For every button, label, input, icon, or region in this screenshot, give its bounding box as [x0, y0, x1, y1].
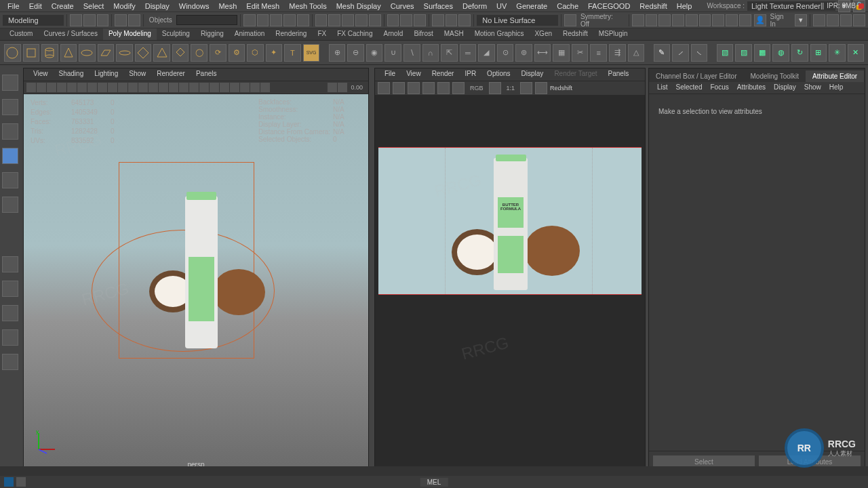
menu-redshift[interactable]: Redshift	[635, 1, 671, 10]
viewport-3d[interactable]: Verts:6451730 Edges:14053490 Faces:76333…	[24, 94, 368, 472]
panel-5-icon[interactable]	[686, 14, 698, 26]
history-icon[interactable]	[387, 14, 399, 26]
rotate-tool[interactable]	[2, 148, 18, 164]
script-output-icon[interactable]	[16, 477, 26, 487]
menu-facegood[interactable]: FACEGOOD	[583, 1, 635, 10]
menu-edit[interactable]: Edit	[24, 1, 47, 10]
tab-modeling-toolkit[interactable]: Modeling Toolkit	[744, 70, 806, 82]
rv-menu-rendertarget[interactable]: Render Target	[549, 68, 602, 81]
shelf-tab-arnold[interactable]: Arnold	[378, 28, 408, 40]
menu-mesh[interactable]: Mesh	[214, 1, 241, 10]
shelf-tab-curves[interactable]: Curves / Surfaces	[38, 28, 102, 40]
panel-8-icon[interactable]	[726, 14, 738, 26]
rv-menu-ipr[interactable]: IPR	[459, 68, 481, 81]
rv-menu-file[interactable]: File	[379, 68, 401, 81]
vp-isolate-icon[interactable]	[199, 83, 209, 92]
rv-remove-icon[interactable]	[535, 82, 547, 94]
rv-refresh-icon[interactable]	[437, 82, 450, 94]
app-logo-icon[interactable]	[4, 477, 14, 487]
vp-shaded-icon[interactable]	[159, 83, 168, 92]
boolean-union-icon[interactable]: ∪	[384, 44, 401, 62]
poly-cylinder-icon[interactable]	[41, 44, 58, 62]
vp-menu-panels[interactable]: Panels	[191, 68, 222, 81]
vp-menu-view[interactable]: View	[28, 68, 54, 81]
snap-curve-icon[interactable]	[328, 14, 340, 26]
snap-plane-icon[interactable]	[355, 14, 368, 26]
script-language[interactable]: MEL	[420, 478, 448, 487]
vp-image-plane-icon[interactable]	[47, 83, 56, 92]
ae-menu-focus[interactable]: Focus	[706, 82, 732, 94]
live-surface-dropdown[interactable]: No Live Surface	[477, 15, 558, 26]
shelf-tab-rigging[interactable]: Rigging	[195, 28, 229, 40]
quad-draw-icon[interactable]: ▦	[553, 44, 570, 62]
open-scene-icon[interactable]	[83, 14, 96, 26]
vp-xray-joint-icon[interactable]	[220, 83, 229, 92]
bridge-icon[interactable]: ═	[460, 44, 477, 62]
last-tool[interactable]	[2, 197, 18, 213]
offset-loop-icon[interactable]: ⇶	[609, 44, 626, 62]
menu-create[interactable]: Create	[47, 1, 79, 10]
smooth-icon[interactable]: ◉	[366, 44, 383, 62]
poly-helix-icon[interactable]: ⟳	[210, 44, 226, 62]
sculpt-2-icon[interactable]: ⟋	[672, 44, 689, 62]
layout-single[interactable]	[2, 256, 18, 272]
uv-3-icon[interactable]: ▩	[754, 44, 771, 62]
vp-film-gate-icon[interactable]	[87, 83, 97, 92]
render-settings-icon[interactable]	[458, 14, 471, 26]
vp-menu-show[interactable]: Show	[123, 68, 151, 81]
uv-8-icon[interactable]: ✕	[848, 44, 865, 62]
ae-menu-display[interactable]: Display	[770, 82, 800, 94]
panel-1-icon[interactable]	[632, 14, 644, 26]
vp-wireframe-icon[interactable]	[149, 83, 158, 92]
menu-select[interactable]: Select	[79, 1, 109, 10]
ae-menu-selected[interactable]: Selected	[672, 82, 707, 94]
poly-cube-icon[interactable]	[23, 44, 40, 62]
vp-res-gate-icon[interactable]	[98, 83, 107, 92]
snap-live-icon[interactable]	[369, 14, 381, 26]
shelf-tab-bifrost[interactable]: Bifrost	[408, 28, 438, 40]
layout-2-icon[interactable]	[827, 14, 839, 26]
shelf-tab-fxcaching[interactable]: FX Caching	[332, 28, 378, 40]
poly-pyramid-icon[interactable]	[153, 44, 170, 62]
ae-menu-help[interactable]: Help	[825, 82, 848, 94]
layout-four[interactable]	[2, 281, 18, 297]
move-tool[interactable]	[2, 123, 18, 140]
poly-disc-icon[interactable]	[116, 44, 133, 62]
ipr-icon[interactable]	[446, 14, 458, 26]
vp-lights-icon[interactable]	[179, 83, 189, 92]
rv-snapshot-icon[interactable]	[408, 82, 420, 94]
render-icon[interactable]	[432, 14, 444, 26]
layout-1-icon[interactable]	[813, 14, 825, 26]
tab-attribute-editor[interactable]: Attribute Editor	[806, 70, 864, 82]
redo-icon[interactable]	[128, 14, 140, 26]
shelf-tab-animation[interactable]: Animation	[229, 28, 270, 40]
panel-9-icon[interactable]	[739, 14, 751, 26]
poly-prism-icon[interactable]	[172, 44, 189, 62]
target-weld-icon[interactable]: ⊚	[515, 44, 532, 62]
rv-render-icon[interactable]	[378, 82, 390, 94]
vp-ao-icon[interactable]	[250, 83, 260, 92]
rv-menu-render[interactable]: Render	[427, 68, 460, 81]
ae-menu-attributes[interactable]: Attributes	[733, 82, 770, 94]
save-scene-icon[interactable]	[97, 14, 109, 26]
rv-stop-icon[interactable]	[859, 3, 864, 9]
mirror-icon[interactable]: ⟷	[534, 44, 551, 62]
vp-aa-icon[interactable]	[260, 83, 270, 92]
signin-dropdown-icon[interactable]: ▾	[795, 14, 807, 26]
rv-ipr-icon[interactable]	[422, 82, 435, 94]
vp-exposure-icon[interactable]	[328, 83, 337, 92]
vp-field-chart-icon[interactable]	[118, 83, 127, 92]
menu-curves[interactable]: Curves	[386, 1, 419, 10]
vp-safe-title-icon[interactable]	[138, 83, 148, 92]
vp-motion-blur-icon[interactable]	[240, 83, 250, 92]
menu-editmesh[interactable]: Edit Mesh	[241, 1, 284, 10]
combine-icon[interactable]: ⊕	[329, 44, 346, 62]
shelf-tab-polymodeling[interactable]: Poly Modeling	[103, 28, 157, 40]
poly-gear-icon[interactable]: ⚙	[229, 44, 245, 62]
rv-menu-view[interactable]: View	[401, 68, 427, 81]
poly-superellipse-icon[interactable]: ✦	[266, 44, 283, 62]
symmetry-icon[interactable]	[564, 14, 576, 26]
select-face-icon[interactable]	[283, 14, 296, 26]
shelf-tab-mash[interactable]: MASH	[439, 28, 469, 40]
uv-4-icon[interactable]: ◍	[772, 44, 789, 62]
